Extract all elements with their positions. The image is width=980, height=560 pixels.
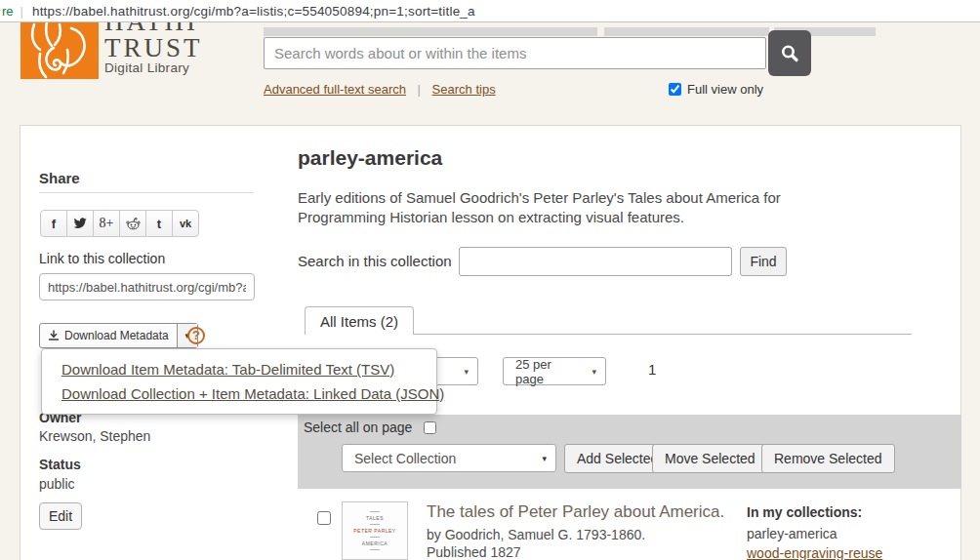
item-published: Published 1827	[427, 544, 521, 560]
download-metadata-button[interactable]: Download Metadata	[40, 324, 177, 347]
links-divider: |	[418, 82, 421, 97]
collection-link-input[interactable]	[39, 273, 255, 300]
reddit-share-button[interactable]	[119, 210, 146, 237]
collection-select-value: Select Collection	[354, 451, 456, 466]
hathitrust-collection-page: re | https://babel.hathitrust.org/cgi/mb…	[0, 0, 980, 560]
item-thumbnail[interactable]: TALES PETER PARLEY AMERICA	[342, 501, 408, 560]
collection-tag-parley-america: parley-america	[747, 526, 837, 541]
share-divider	[39, 192, 254, 193]
status-value: public	[39, 476, 75, 492]
thumb-author-line: PETER PARLEY	[343, 527, 407, 535]
owner-value: Krewson, Stephen	[39, 428, 150, 444]
select-all-checkbox[interactable]	[424, 421, 436, 434]
tumblr-icon: t	[157, 217, 161, 231]
download-icon	[48, 330, 60, 341]
logo-trust-text: TRUST	[104, 35, 203, 60]
hathitrust-elephant-icon	[20, 22, 99, 79]
hathitrust-logo[interactable]	[20, 22, 99, 79]
thumb-rule	[370, 537, 380, 538]
chevron-down-icon: ▾	[464, 367, 469, 377]
security-indicator-text: re	[2, 4, 14, 19]
collection-link-label: Link to this collection	[39, 251, 165, 266]
vk-icon: vk	[180, 218, 191, 229]
collection-select[interactable]: Select Collection ▾	[342, 444, 556, 472]
page-number[interactable]: 1	[648, 361, 656, 378]
download-metadata-menu: Download Item Metadata: Tab-Delimited Te…	[41, 348, 437, 415]
thumb-rule	[370, 549, 380, 550]
site-search-button[interactable]	[768, 30, 811, 76]
remove-selected-button[interactable]: Remove Selected	[761, 444, 895, 473]
help-glyph: ?	[192, 328, 200, 342]
thumb-title-line: TALES	[343, 514, 407, 522]
download-metadata-split-button: Download Metadata ▾	[39, 323, 198, 348]
in-my-collections-label: In my collections:	[747, 504, 862, 520]
collection-description: Early editions of Samuel Goodrich's Pete…	[298, 188, 869, 227]
collection-search-input[interactable]	[459, 247, 732, 276]
full-view-only-control[interactable]: Full view only	[669, 82, 763, 97]
status-label: Status	[39, 457, 81, 472]
google-plus-share-button[interactable]: 8+	[93, 210, 120, 237]
advanced-search-link[interactable]: Advanced full-text search	[264, 82, 406, 97]
full-view-checkbox[interactable]	[669, 83, 681, 96]
thumb-rule	[370, 524, 380, 525]
facebook-share-button[interactable]: f	[40, 210, 67, 237]
menu-item-download-tsv[interactable]: Download Item Metadata: Tab-Delimited Te…	[42, 357, 436, 381]
full-view-label: Full view only	[687, 82, 763, 97]
tab-all-items[interactable]: All Items (2)	[305, 306, 414, 335]
search-tips-link[interactable]: Search tips	[432, 82, 496, 97]
item-author: by Goodrich, Samuel G. 1793-1860.	[427, 527, 645, 542]
tab-all-items-label: All Items (2)	[320, 313, 398, 330]
chevron-down-icon: ▾	[542, 454, 547, 463]
search-icon	[779, 43, 800, 64]
select-all-label: Select all on page	[304, 420, 412, 435]
download-metadata-label: Download Metadata	[64, 329, 169, 342]
browser-url-bar[interactable]: re | https://babel.hathitrust.org/cgi/mb…	[0, 0, 980, 22]
site-search-input[interactable]	[264, 37, 766, 69]
menu-item-download-json[interactable]: Download Collection + Item Metadata: Lin…	[42, 381, 436, 406]
twitter-icon	[73, 218, 87, 229]
reddit-icon	[126, 218, 141, 230]
clipped-toolbar-strip	[604, 27, 769, 36]
google-plus-icon: 8+	[100, 216, 114, 231]
collection-title: parley-america	[298, 146, 442, 170]
url-divider: |	[20, 4, 23, 19]
collection-tag-wood-engraving-link[interactable]: wood-engraving-reuse	[747, 545, 882, 560]
vk-share-button[interactable]: vk	[172, 210, 199, 237]
header-search-links: Advanced full-text search | Search tips	[264, 82, 496, 97]
clipped-toolbar-strip	[264, 27, 597, 36]
item-checkbox[interactable]	[317, 511, 331, 525]
tumblr-share-button[interactable]: t	[145, 210, 173, 237]
chevron-down-icon: ▾	[592, 367, 596, 377]
help-icon[interactable]: ?	[187, 327, 205, 344]
thumb-subject-line: AMERICA	[343, 540, 407, 547]
per-page-select[interactable]: 25 per page ▾	[503, 357, 606, 385]
per-page-value: 25 per page	[515, 357, 582, 386]
edit-button[interactable]: Edit	[39, 502, 82, 530]
logo-digital-library-text: Digital Library	[104, 60, 203, 75]
thumb-rule	[370, 511, 380, 512]
move-selected-button[interactable]: Move Selected	[652, 444, 768, 473]
facebook-icon: f	[52, 217, 56, 231]
address-url[interactable]: https://babel.hathitrust.org/cgi/mb?a=li…	[32, 4, 475, 19]
find-button[interactable]: Find	[740, 247, 787, 276]
item-title-link[interactable]: The tales of Peter Parley about America.	[427, 502, 724, 522]
twitter-share-button[interactable]	[66, 210, 94, 237]
share-heading: Share	[39, 170, 80, 186]
hathitrust-wordmark: HATHI TRUST Digital Library	[104, 22, 203, 77]
social-share-buttons: f 8+ t	[40, 210, 199, 237]
collection-search-label: Search in this collection	[298, 253, 452, 269]
